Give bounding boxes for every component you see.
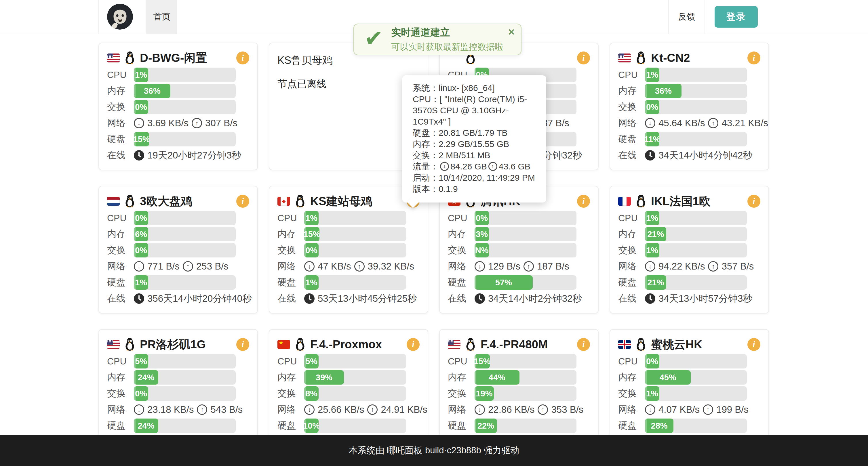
memory-percent: 44%	[489, 373, 505, 382]
server-card: Kt-CN2 CPU 1% 内存 36% 交换 0% 网络 45.64 KB/s…	[610, 42, 769, 170]
swap-percent: 0%	[135, 389, 147, 398]
toast-title: 实时通道建立	[391, 26, 503, 39]
download-speed: 94.22 KB/s	[658, 261, 705, 272]
stat-label-cpu: CPU	[277, 213, 304, 224]
server-card: IKL法国1欧 CPU 1% 内存 21% 交换 1% 网络 94.22 KB/…	[610, 186, 769, 313]
download-arrow-icon	[440, 162, 449, 171]
success-check-icon	[364, 27, 383, 49]
server-name: 3欧大盘鸡	[140, 193, 192, 209]
cpu-percent: 0%	[646, 357, 658, 366]
server-name: PR洛杉矶1G	[140, 337, 206, 353]
cpu-percent: 15%	[474, 357, 490, 366]
server-card: D-BWG-闲置 CPU 1% 内存 36% 交换 0% 网络 3.69 KB/…	[98, 42, 258, 170]
info-icon[interactable]	[747, 52, 761, 64]
tab-home[interactable]: 首页	[147, 0, 177, 34]
download-arrow-icon	[645, 118, 655, 128]
country-flag-icon	[107, 54, 120, 62]
card-header: IKL法国1欧	[618, 192, 761, 210]
network-speeds: 47 KB/s39.32 KB/s	[304, 261, 414, 272]
disk-percent: 10%	[304, 421, 319, 431]
upload-arrow-icon	[488, 162, 497, 171]
disk-usage-bar: 10%	[304, 419, 406, 433]
stat-label-network: 网络	[107, 260, 134, 273]
site-logo[interactable]	[107, 4, 133, 30]
cpu-usage-bar: 15%	[474, 354, 577, 368]
stat-label-network: 网络	[107, 403, 134, 416]
cpu-usage-bar: 0%	[474, 211, 577, 225]
stat-label-disk: 硬盘	[277, 276, 304, 289]
card-header: D-BWG-闲置	[107, 49, 249, 67]
memory-percent: 24%	[137, 373, 154, 382]
upload-speed: 253 B/s	[196, 261, 228, 272]
info-icon[interactable]	[747, 338, 761, 351]
stat-label-disk: 硬盘	[107, 420, 134, 432]
cpu-percent: 1%	[646, 70, 658, 80]
login-button[interactable]: 登录	[715, 6, 758, 28]
cpu-percent: 1%	[646, 213, 658, 223]
upload-arrow-icon	[708, 118, 718, 128]
info-icon[interactable]	[236, 338, 249, 351]
avatar-logo-image	[107, 4, 133, 30]
country-flag-icon	[277, 197, 290, 206]
clock-icon	[474, 293, 485, 304]
swap-usage-bar: 1%	[645, 243, 747, 258]
info-icon[interactable]	[407, 338, 420, 351]
memory-usage-bar: 39%	[304, 370, 406, 385]
info-icon[interactable]	[577, 52, 590, 64]
network-speeds: 45.64 KB/s43.21 KB/s	[645, 118, 768, 129]
upload-arrow-icon	[524, 261, 534, 271]
tooltip-system-line: 系统：linux- [x86_64]	[413, 82, 536, 94]
cpu-percent: 0%	[476, 213, 488, 223]
network-speeds: 129 B/s187 B/s	[474, 261, 569, 272]
info-icon[interactable]	[747, 195, 761, 208]
navbar-divider	[98, 0, 99, 34]
download-speed: 45.64 KB/s	[658, 118, 705, 129]
download-speed: 4.07 KB/s	[658, 404, 700, 415]
cpu-usage-bar: 1%	[645, 211, 747, 225]
disk-percent: 24%	[137, 421, 154, 431]
card-header: F.4.-PR480M	[448, 335, 590, 353]
country-flag-icon	[618, 54, 631, 62]
linux-penguin-icon	[636, 338, 646, 351]
server-card: KS建站母鸡 CPU 1% 内存 15% 交换 0% 网络 47 KB/s39.…	[269, 186, 428, 313]
stat-label-memory: 内存	[107, 371, 134, 384]
upload-arrow-icon	[354, 261, 365, 271]
disk-usage-bar: 28%	[645, 419, 747, 433]
stat-label-memory: 内存	[107, 228, 134, 240]
disk-usage-bar: 22%	[474, 419, 577, 433]
offline-status-text: 节点已离线	[277, 77, 420, 91]
swap-percent: 1%	[646, 389, 658, 398]
stat-label-memory: 内存	[618, 228, 645, 240]
swap-percent: N%	[475, 246, 489, 255]
memory-percent: 36%	[144, 86, 161, 96]
traffic-upload: 43.6 GB	[499, 161, 530, 172]
info-icon[interactable]	[236, 52, 249, 64]
info-icon[interactable]	[577, 195, 590, 208]
stat-label-disk: 硬盘	[618, 276, 645, 289]
linux-penguin-icon	[295, 195, 306, 208]
download-arrow-icon	[474, 404, 485, 415]
disk-usage-bar: 57%	[474, 275, 577, 290]
disk-usage-bar: 15%	[134, 132, 236, 146]
linux-penguin-icon	[636, 195, 646, 208]
stat-label-network: 网络	[107, 117, 134, 129]
server-name: Kt-CN2	[651, 52, 690, 64]
stat-label-cpu: CPU	[618, 213, 645, 224]
stat-label-memory: 内存	[618, 85, 645, 97]
info-icon[interactable]	[577, 338, 590, 351]
nav-feedback-link[interactable]: 反馈	[668, 0, 705, 34]
stat-label-online: 在线	[277, 292, 304, 305]
swap-percent: 0%	[646, 102, 658, 112]
memory-usage-bar: 15%	[304, 227, 406, 241]
swap-usage-bar: 0%	[134, 243, 236, 258]
upload-arrow-icon	[537, 404, 548, 415]
swap-usage-bar: 19%	[474, 386, 577, 401]
server-card: 腾讯HK CPU 0% 内存 3% 交换 N% 网络 129 B/s187 B/…	[439, 186, 599, 313]
stat-label-online: 在线	[107, 149, 134, 162]
close-icon[interactable]	[508, 27, 515, 37]
uptime-row: 19天20小时27分钟3秒	[134, 149, 241, 162]
tooltip-traffic-line: 流量： 84.26 GB 43.6 GB	[413, 161, 536, 172]
disk-percent: 15%	[134, 135, 149, 144]
card-header: F.4.-Proxmox	[277, 335, 420, 353]
info-icon[interactable]	[236, 195, 249, 208]
